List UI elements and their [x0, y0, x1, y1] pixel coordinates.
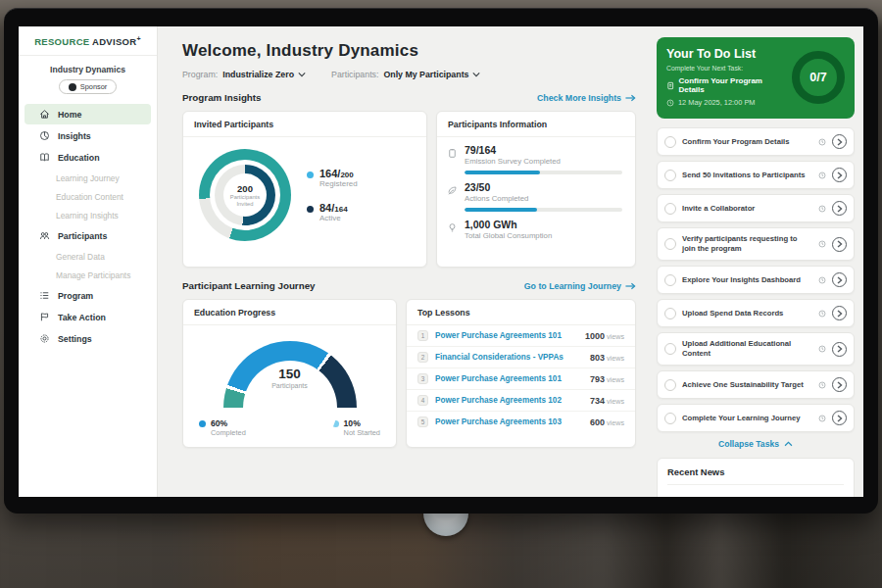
- sidebar-sub-label: Manage Participants: [56, 270, 130, 280]
- chevron-right-icon: [837, 310, 843, 318]
- clock-icon: [818, 138, 826, 146]
- program-filter: Program: Industrialize Zero: [182, 70, 306, 79]
- insights-cards-row: Invited Participants 200 Participants In…: [182, 111, 636, 268]
- sidebar-item-label: Participants: [58, 231, 107, 241]
- stat-value: 1,000 GWh: [465, 219, 552, 230]
- go-to-learning-journey-link[interactable]: Go to Learning Journey: [524, 281, 636, 291]
- todo-progress-value: 0/7: [809, 71, 826, 84]
- lesson-row-2[interactable]: 2 Financial Considerations - VPPAs 803vi…: [407, 347, 635, 368]
- stat-value: 79/164: [465, 144, 561, 156]
- donut-center-value: 200: [237, 183, 253, 194]
- sidebar-item-learning-journey[interactable]: Learning Journey: [19, 169, 157, 187]
- lesson-title-link[interactable]: Power Purchase Agreements 101: [435, 331, 578, 340]
- task-open-button[interactable]: [832, 168, 847, 182]
- sidebar-item-education[interactable]: Education: [24, 147, 151, 168]
- donut-center: 200 Participants Invited: [223, 173, 267, 217]
- sidebar-sub-label: Education Content: [56, 192, 123, 202]
- card-title: Invited Participants: [183, 112, 426, 137]
- task-checkbox[interactable]: [664, 379, 676, 391]
- clock-icon: [818, 415, 826, 422]
- lesson-row-3[interactable]: 3 Power Purchase Agreements 101 793views: [407, 368, 635, 390]
- app-logo: RESOURCE ADVISOR+: [19, 35, 157, 56]
- chevron-right-icon: [837, 345, 843, 353]
- chevron-right-icon: [837, 138, 843, 146]
- sponsor-icon: [69, 83, 76, 91]
- collapse-tasks-link[interactable]: Collapse Tasks: [657, 439, 855, 449]
- task-open-button[interactable]: [832, 342, 847, 357]
- task-open-button[interactable]: [832, 377, 847, 392]
- todo-next-task-label: Confirm Your Program Details: [678, 76, 784, 94]
- task-checkbox[interactable]: [664, 343, 676, 355]
- lesson-row-4[interactable]: 4 Power Purchase Agreements 102 734views: [407, 390, 635, 412]
- program-filter-dropdown[interactable]: Industrialize Zero: [222, 70, 306, 79]
- todo-due-label: 12 May 2025, 12:00 PM: [678, 98, 755, 107]
- task-open-button[interactable]: [832, 411, 847, 425]
- sidebar-item-home[interactable]: Home: [24, 104, 151, 124]
- program-icon: [39, 290, 50, 301]
- learning-journey-header: Participant Learning Journey Go to Learn…: [182, 280, 636, 291]
- stat-value: 23/50: [465, 181, 528, 193]
- education-icon: [39, 152, 50, 163]
- task-checkbox[interactable]: [664, 308, 676, 319]
- sidebar-item-learning-insights[interactable]: Learning Insights: [19, 206, 157, 224]
- program-insights-header: Program Insights Check More Insights: [182, 92, 636, 103]
- task-row-1: Confirm Your Program Details: [657, 127, 855, 156]
- task-open-button[interactable]: [832, 237, 847, 252]
- link-label: Go to Learning Journey: [524, 281, 621, 291]
- legend-registered: 164/200 Registered: [307, 168, 358, 188]
- task-checkbox[interactable]: [664, 136, 676, 148]
- task-row-9: Complete Your Learning Journey: [657, 404, 855, 432]
- sidebar-item-label: Home: [58, 110, 81, 120]
- education-gauge-chart: 150 Participants: [223, 341, 357, 408]
- sidebar-item-label: Settings: [58, 334, 92, 344]
- lesson-title-link[interactable]: Financial Considerations - VPPAs: [435, 353, 583, 362]
- task-open-button[interactable]: [832, 201, 847, 216]
- sidebar-item-program[interactable]: Program: [24, 285, 151, 306]
- lesson-title-link[interactable]: Power Purchase Agreements 102: [435, 396, 583, 405]
- task-label: Complete Your Learning Journey: [682, 414, 812, 423]
- participants-filter-dropdown[interactable]: Only My Participants: [383, 70, 480, 79]
- task-checkbox[interactable]: [664, 203, 676, 215]
- recent-news-title: Recent News: [667, 466, 844, 485]
- task-checkbox[interactable]: [664, 238, 676, 250]
- education-progress-card: Education Progress 150 Participants 60%: [182, 299, 397, 448]
- invited-donut-chart: 200 Participants Invited: [199, 149, 291, 241]
- logo-text-advisor: ADVISOR: [92, 36, 136, 47]
- sidebar-sub-label: Learning Journey: [56, 173, 120, 183]
- chevron-down-icon: [298, 72, 306, 77]
- task-label: Verify participants requesting to join t…: [682, 234, 812, 254]
- sidebar-item-participants[interactable]: Participants: [24, 225, 151, 246]
- legend-value-total: 164: [334, 205, 347, 214]
- task-open-button[interactable]: [832, 134, 847, 149]
- sidebar-item-insights[interactable]: Insights: [24, 125, 151, 146]
- sidebar-sub-label: General Data: [56, 252, 105, 262]
- stat-actions: 23/50 Actions Completed: [447, 181, 622, 203]
- task-open-button[interactable]: [832, 272, 847, 287]
- sidebar-item-general-data[interactable]: General Data: [19, 247, 157, 266]
- task-row-2: Send 50 Invitations to Participants: [657, 161, 855, 189]
- donut-center-label: Participants Invited: [223, 194, 267, 208]
- task-checkbox[interactable]: [664, 274, 676, 286]
- lesson-row-5[interactable]: 5 Power Purchase Agreements 103 600views: [407, 412, 635, 432]
- task-checkbox[interactable]: [664, 170, 676, 181]
- stat-consumption: 1,000 GWh Total Global Consumption: [447, 219, 622, 240]
- clock-icon: [818, 205, 826, 213]
- card-title: Participants Information: [437, 112, 635, 137]
- sidebar-item-take-action[interactable]: Take Action: [24, 307, 151, 327]
- task-checkbox[interactable]: [664, 413, 676, 424]
- learning-journey-title: Participant Learning Journey: [182, 280, 316, 291]
- card-title: Education Progress: [183, 300, 396, 325]
- program-filter-value: Industrialize Zero: [222, 70, 294, 79]
- sidebar-item-settings[interactable]: Settings: [24, 328, 151, 349]
- sidebar-item-education-content[interactable]: Education Content: [19, 187, 157, 206]
- task-open-button[interactable]: [832, 306, 847, 320]
- task-label: Confirm Your Program Details: [682, 137, 812, 147]
- check-more-insights-link[interactable]: Check More Insights: [537, 93, 636, 103]
- task-row-8: Achieve One Sustainability Target: [657, 370, 855, 399]
- lesson-title-link[interactable]: Power Purchase Agreements 103: [435, 417, 583, 426]
- lesson-title-link[interactable]: Power Purchase Agreements 101: [435, 374, 583, 383]
- sidebar-item-manage-participants[interactable]: Manage Participants: [19, 266, 157, 284]
- lesson-rank: 1: [417, 330, 428, 341]
- lesson-row-1[interactable]: 1 Power Purchase Agreements 101 1000view…: [407, 325, 635, 347]
- lesson-views: 793views: [590, 374, 624, 384]
